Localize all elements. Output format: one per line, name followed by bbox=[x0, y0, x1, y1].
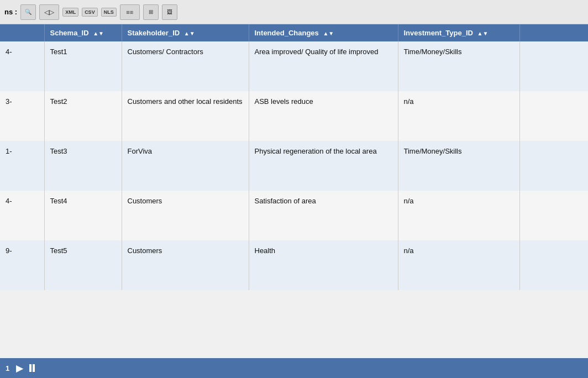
data-table: Schema_ID ▲▼ Stakeholder_ID ▲▼ Intended_… bbox=[0, 24, 588, 290]
investment-sort-icon: ▲▼ bbox=[477, 30, 489, 36]
pagination-bar: 1 ▶ bbox=[0, 358, 588, 378]
page-number: 1 bbox=[6, 364, 9, 372]
pause-bar-right bbox=[33, 364, 35, 372]
cell-extra bbox=[519, 240, 588, 290]
col-header-changes[interactable]: Intended_Changes ▲▼ bbox=[249, 24, 398, 41]
cell-extra bbox=[519, 141, 588, 191]
toolbar: ns : 🔍 ◁▷ XML CSV NLS ≡≡ ⊞ 🖼 bbox=[0, 0, 588, 24]
col-header-stakeholder[interactable]: Stakeholder_ID ▲▼ bbox=[122, 24, 249, 41]
nav-button[interactable]: ◁▷ bbox=[39, 4, 59, 20]
table-row[interactable]: 9-Test5CustomersHealthn/a bbox=[0, 240, 588, 290]
table-row[interactable]: 1-Test3ForVivaPhysical regeneration of t… bbox=[0, 141, 588, 191]
col-header-changes-label: Intended_Changes bbox=[255, 29, 319, 37]
table-container: Schema_ID ▲▼ Stakeholder_ID ▲▼ Intended_… bbox=[0, 24, 588, 358]
cell-investment: Time/Money/Skills bbox=[398, 141, 519, 191]
toolbar-label: ns : bbox=[4, 8, 17, 16]
cell-changes: Physical regeneration of the local area bbox=[249, 141, 398, 191]
table-row[interactable]: 3-Test2Customers and other local residen… bbox=[0, 91, 588, 141]
cell-schema: Test5 bbox=[44, 240, 122, 290]
nls-button[interactable]: NLS bbox=[101, 8, 117, 17]
col-header-schema[interactable]: Schema_ID ▲▼ bbox=[44, 24, 122, 41]
changes-sort-icon: ▲▼ bbox=[323, 30, 334, 36]
cell-changes: ASB levels reduce bbox=[249, 91, 398, 141]
cell-changes: Area improved/ Quality of life improved bbox=[249, 41, 398, 91]
cell-extra bbox=[519, 191, 588, 240]
table-row[interactable]: 4-Test1Customers/ ContractorsArea improv… bbox=[0, 41, 588, 91]
pause-bar-left bbox=[29, 364, 32, 372]
cell-id: 9- bbox=[0, 240, 44, 290]
col-header-extra bbox=[519, 24, 588, 41]
cell-extra bbox=[519, 41, 588, 91]
next-page-button[interactable]: ▶ bbox=[14, 363, 25, 374]
cell-extra bbox=[519, 91, 588, 141]
col-header-schema-label: Schema_ID bbox=[50, 29, 89, 37]
cell-changes: Health bbox=[249, 240, 398, 290]
col-header-investment[interactable]: Investment_Type_ID ▲▼ bbox=[398, 24, 519, 41]
cell-id: 1- bbox=[0, 141, 44, 191]
table-row[interactable]: 4-Test4CustomersSatisfaction of arean/a bbox=[0, 191, 588, 240]
stakeholder-sort-icon: ▲▼ bbox=[184, 30, 195, 36]
col-header-stakeholder-label: Stakeholder_ID bbox=[128, 29, 180, 37]
pause-button[interactable] bbox=[29, 364, 35, 372]
cell-schema: Test1 bbox=[44, 41, 122, 91]
cell-id: 4- bbox=[0, 41, 44, 91]
table-header-row: Schema_ID ▲▼ Stakeholder_ID ▲▼ Intended_… bbox=[0, 24, 588, 41]
grid-button[interactable]: ⊞ bbox=[143, 4, 159, 20]
schema-sort-icon: ▲▼ bbox=[93, 30, 104, 36]
cell-schema: Test4 bbox=[44, 191, 122, 240]
cell-investment: n/a bbox=[398, 240, 519, 290]
cell-stakeholder: ForViva bbox=[122, 141, 249, 191]
cell-stakeholder: Customers/ Contractors bbox=[122, 41, 249, 91]
cell-stakeholder: Customers and other local residents bbox=[122, 91, 249, 141]
cell-stakeholder: Customers bbox=[122, 191, 249, 240]
cell-investment: n/a bbox=[398, 191, 519, 240]
cell-investment: Time/Money/Skills bbox=[398, 41, 519, 91]
csv-button[interactable]: CSV bbox=[82, 8, 98, 17]
cell-changes: Satisfaction of area bbox=[249, 191, 398, 240]
cell-id: 4- bbox=[0, 191, 44, 240]
list-button[interactable]: ≡≡ bbox=[120, 4, 140, 20]
search-button[interactable]: 🔍 bbox=[20, 4, 36, 20]
cell-schema: Test3 bbox=[44, 141, 122, 191]
col-header-investment-label: Investment_Type_ID bbox=[404, 29, 473, 37]
export-button[interactable]: 🖼 bbox=[162, 4, 177, 20]
cell-stakeholder: Customers bbox=[122, 240, 249, 290]
cell-schema: Test2 bbox=[44, 91, 122, 141]
xml-button[interactable]: XML bbox=[62, 8, 78, 17]
cell-id: 3- bbox=[0, 91, 44, 141]
col-header-id[interactable] bbox=[0, 24, 44, 41]
cell-investment: n/a bbox=[398, 91, 519, 141]
